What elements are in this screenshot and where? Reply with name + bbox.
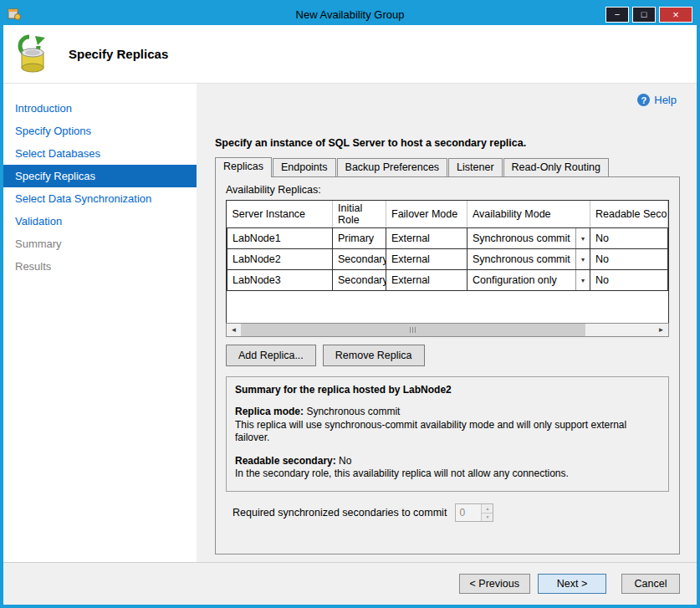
- tab-listener[interactable]: Listener: [448, 158, 502, 176]
- app-icon: [8, 8, 21, 21]
- help-link[interactable]: ? Help: [637, 94, 677, 106]
- table-row: LabNode2 Secondary External Synchronous …: [227, 249, 668, 270]
- remove-replica-button[interactable]: Remove Replica: [323, 345, 425, 366]
- grid-buttons: Add Replica... Remove Replica: [226, 345, 669, 366]
- wizard-body: Introduction Specify Options Select Data…: [3, 84, 697, 562]
- spinner-up-icon: ▲: [482, 504, 493, 513]
- table-row: LabNode1 Primary External Synchronous co…: [227, 228, 668, 249]
- close-button[interactable]: ×: [659, 7, 692, 23]
- col-header-availability-mode: Availability Mode: [468, 201, 590, 228]
- tabstrip: Replicas Endpoints Backup Preferences Li…: [215, 157, 680, 176]
- add-replica-button[interactable]: Add Replica...: [226, 345, 316, 366]
- cancel-button[interactable]: Cancel: [621, 574, 680, 594]
- spinner-down-icon: ▼: [482, 513, 493, 522]
- sidebar-item-select-databases[interactable]: Select Databases: [3, 142, 197, 165]
- replicas-tab-panel: Availability Replicas: Server Instance I…: [215, 176, 680, 554]
- previous-button[interactable]: < Previous: [459, 574, 530, 594]
- window-title: New Availability Group: [3, 8, 697, 21]
- col-header-failover-mode: Failover Mode: [386, 201, 468, 228]
- horizontal-scrollbar[interactable]: ◄ ►: [226, 323, 669, 337]
- tab-replicas[interactable]: Replicas: [215, 157, 272, 177]
- readable-secondary-line: Readable secondary: No: [235, 455, 660, 468]
- required-secondaries-row: Required synchronized secondaries to com…: [232, 503, 669, 522]
- replica-mode-label: Replica mode:: [235, 406, 304, 417]
- sidebar-item-specify-replicas[interactable]: Specify Replicas: [3, 165, 197, 187]
- help-icon: ?: [637, 94, 650, 106]
- sidebar-item-introduction[interactable]: Introduction: [3, 97, 197, 120]
- server-instance-cell: LabNode1: [227, 228, 333, 249]
- readable-secondary-cell: No: [590, 228, 668, 249]
- availability-mode-dropdown[interactable]: Synchronous commit ▾: [468, 249, 590, 269]
- tab-endpoints[interactable]: Endpoints: [273, 158, 336, 176]
- failover-mode-cell: External: [386, 249, 468, 270]
- tab-backup-preferences[interactable]: Backup Preferences: [337, 158, 448, 176]
- chevron-down-icon: ▾: [575, 228, 590, 248]
- grid-header-row: Server Instance Initial Role Failover Mo…: [227, 201, 668, 228]
- required-secondaries-label: Required synchronized secondaries to com…: [232, 507, 447, 519]
- required-secondaries-input: [456, 504, 481, 521]
- col-header-initial-role: Initial Role: [333, 201, 386, 228]
- spinner-arrows: ▲ ▼: [481, 504, 493, 521]
- initial-role-cell: Primary: [333, 228, 386, 249]
- maximize-button[interactable]: □: [632, 7, 656, 23]
- required-secondaries-spinner: ▲ ▼: [455, 503, 493, 522]
- availability-replicas-grid: Server Instance Initial Role Failover Mo…: [226, 200, 669, 323]
- sidebar-item-summary: Summary: [3, 232, 197, 255]
- readable-secondary-description: In the secondary role, this availability…: [235, 467, 660, 481]
- server-instance-cell: LabNode2: [227, 249, 333, 270]
- help-label: Help: [654, 94, 677, 106]
- failover-mode-cell: External: [386, 270, 468, 291]
- scroll-left-icon[interactable]: ◄: [227, 324, 241, 336]
- dropdown-value: Synchronous commit: [468, 253, 575, 265]
- server-instance-cell: LabNode3: [227, 270, 333, 291]
- sidebar-item-specify-options[interactable]: Specify Options: [3, 120, 197, 142]
- col-header-server-instance: Server Instance: [227, 201, 333, 228]
- dropdown-value: Synchronous commit: [468, 232, 575, 244]
- scroll-right-icon[interactable]: ►: [654, 324, 668, 336]
- sidebar-item-select-data-synchronization[interactable]: Select Data Synchronization: [3, 187, 197, 210]
- replica-mode-description: This replica will use synchronous-commit…: [235, 419, 660, 445]
- wizard-steps-sidebar: Introduction Specify Options Select Data…: [3, 84, 197, 562]
- new-availability-group-window: New Availability Group − □ × Specify Rep…: [0, 0, 700, 608]
- readable-secondary-value: No: [339, 455, 351, 467]
- chevron-down-icon: ▾: [575, 270, 590, 290]
- replica-mode-value: Synchronous commit: [306, 406, 400, 417]
- window-controls: − □ ×: [605, 7, 692, 23]
- tab-read-only-routing[interactable]: Read-Only Routing: [503, 158, 609, 176]
- availability-group-icon: [15, 34, 54, 74]
- sidebar-item-results: Results: [3, 255, 197, 278]
- availability-mode-dropdown[interactable]: Configuration only ▾: [468, 270, 590, 290]
- titlebar[interactable]: New Availability Group − □ ×: [3, 3, 697, 25]
- instruction-text: Specify an instance of SQL Server to hos…: [215, 137, 680, 149]
- wizard-footer: < Previous Next > Cancel: [3, 562, 697, 605]
- replica-summary-box: Summary for the replica hosted by LabNod…: [226, 376, 669, 492]
- wizard-header: Specify Replicas: [3, 25, 697, 84]
- availability-replicas-label: Availability Replicas:: [226, 184, 669, 196]
- readable-secondary-label: Readable secondary:: [235, 455, 336, 467]
- scrollbar-thumb[interactable]: [241, 324, 585, 336]
- availability-mode-cell: Synchronous commit ▾: [468, 249, 590, 270]
- minimize-button[interactable]: −: [605, 7, 629, 23]
- scrollbar-track: [585, 324, 654, 336]
- failover-mode-cell: External: [386, 228, 468, 249]
- sidebar-item-validation[interactable]: Validation: [3, 210, 197, 232]
- availability-mode-dropdown[interactable]: Synchronous commit ▾: [468, 228, 590, 248]
- chevron-down-icon: ▾: [575, 249, 590, 269]
- initial-role-cell: Secondary: [333, 270, 386, 291]
- main-content: ? Help Specify an instance of SQL Server…: [197, 84, 697, 562]
- availability-mode-cell: Synchronous commit ▾: [468, 228, 590, 249]
- initial-role-cell: Secondary: [333, 249, 386, 270]
- availability-mode-cell: Configuration only ▾: [468, 270, 590, 291]
- dropdown-value: Configuration only: [468, 274, 575, 286]
- summary-title: Summary for the replica hosted by LabNod…: [235, 384, 660, 396]
- table-row: LabNode3 Secondary External Configuratio…: [227, 270, 668, 291]
- col-header-readable-secondary: Readable Secondary: [590, 201, 668, 228]
- readable-secondary-cell: No: [590, 270, 668, 291]
- page-title: Specify Replicas: [69, 47, 168, 61]
- replica-mode-line: Replica mode: Synchronous commit: [235, 406, 660, 419]
- readable-secondary-cell: No: [590, 249, 668, 270]
- next-button[interactable]: Next >: [538, 574, 606, 594]
